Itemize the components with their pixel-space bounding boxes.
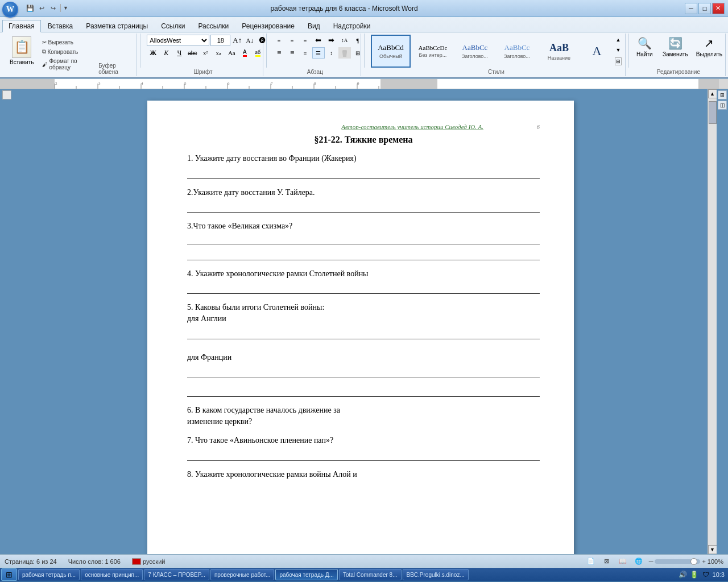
replace-button[interactable]: 🔄 Заменить xyxy=(660,35,691,59)
taskbar-item-0[interactable]: рабочая тетрадь п... xyxy=(18,569,80,580)
line-spacing-button[interactable]: ↕ xyxy=(325,47,338,59)
answer-line-5a[interactable] xyxy=(187,328,540,339)
style-title[interactable]: AaB Название xyxy=(539,35,579,68)
case-button[interactable]: Аа xyxy=(225,47,238,59)
subscript-button[interactable]: x₂ xyxy=(212,47,225,59)
tab-insert[interactable]: Вставка xyxy=(42,20,80,32)
taskbar-item-1[interactable]: основные принцип... xyxy=(81,569,143,580)
redo-button[interactable]: ↪ xyxy=(48,3,58,13)
align-left-button[interactable]: ≡ xyxy=(273,47,286,59)
paste-button[interactable]: 📋 Вставить xyxy=(6,35,38,67)
sort-button[interactable]: ↕A xyxy=(338,35,351,46)
language-indicator[interactable]: русский xyxy=(132,558,165,565)
tab-review[interactable]: Рецензирование xyxy=(235,20,301,32)
taskbar-item-3[interactable]: проверочные работ... xyxy=(210,569,274,580)
align-right-button[interactable]: ≡ xyxy=(299,47,312,59)
taskbar-item-2[interactable]: 7 КЛАСС – ПРОВЕР... xyxy=(144,569,209,580)
style-heading2[interactable]: AaBbCc Заголово... xyxy=(497,35,537,68)
zoom-thumb[interactable] xyxy=(690,558,697,565)
scroll-track[interactable] xyxy=(708,98,717,545)
tab-references[interactable]: Ссылки xyxy=(155,20,191,32)
ruler-scale[interactable]: 2 3 4 5 6 7 8 9 xyxy=(14,79,698,89)
tab-addins[interactable]: Надстройки xyxy=(327,20,377,32)
style-normal[interactable]: AaBbCd Обычный xyxy=(371,35,411,68)
tab-view[interactable]: Вид xyxy=(301,20,326,32)
close-button[interactable]: ✕ xyxy=(712,3,725,14)
underline-button[interactable]: Ч xyxy=(173,47,185,59)
bullets-button[interactable]: ≡ xyxy=(273,35,286,46)
ruler-svg: 2 3 4 5 6 7 8 9 xyxy=(14,79,698,89)
taskbar-item-4[interactable]: рабочая тетрадь Д... xyxy=(275,569,338,580)
outdent-button[interactable]: ⬅ xyxy=(312,35,325,46)
ruler: 2 3 4 5 6 7 8 9 xyxy=(0,79,728,89)
document[interactable]: Автор-составитель учитель истории Сиводе… xyxy=(147,101,574,554)
multilevel-button[interactable]: ≡ xyxy=(299,35,312,46)
view-reading-button[interactable]: 📖 xyxy=(617,556,628,567)
taskbar-item-5[interactable]: Total Commander 8... xyxy=(339,569,402,580)
tray-icon-antivirus[interactable]: 🛡 xyxy=(701,570,710,579)
align-center-button[interactable]: ≡ xyxy=(286,47,299,59)
tab-mailings[interactable]: Рассылки xyxy=(192,20,235,32)
shading-button[interactable]: ░ xyxy=(338,47,351,59)
cut-button[interactable]: ✂Вырезать xyxy=(40,38,96,47)
format-painter-button[interactable]: 🖌Формат по образцу xyxy=(40,57,96,72)
answer-line-2[interactable] xyxy=(187,201,540,213)
answer-line-7[interactable] xyxy=(187,450,540,461)
ruler-left xyxy=(0,79,14,89)
view-fullscreen-button[interactable]: ⊠ xyxy=(601,556,613,567)
office-button[interactable]: W xyxy=(2,2,19,16)
corner-button-mid[interactable]: ◫ xyxy=(718,101,727,110)
font-grow-button[interactable]: A↑ xyxy=(231,35,243,46)
view-normal-button[interactable]: 📄 xyxy=(585,556,597,567)
find-button[interactable]: 🔍 Найти xyxy=(632,35,657,59)
highlight-button[interactable]: аб xyxy=(251,47,264,59)
answer-line-3a[interactable] xyxy=(187,235,540,244)
maximize-button[interactable]: □ xyxy=(698,3,711,14)
answer-line-5c[interactable] xyxy=(187,385,540,397)
taskbar-item-6[interactable]: BBC.Progulki.s.dinoz... xyxy=(403,569,469,580)
scroll-up-button[interactable]: ▲ xyxy=(708,89,717,98)
document-container[interactable]: Автор-составитель учитель истории Сиводе… xyxy=(14,89,708,554)
scroll-thumb[interactable] xyxy=(709,101,717,124)
view-web-button[interactable]: 🌐 xyxy=(633,556,644,567)
vertical-scrollbar[interactable]: ▲ ▼ xyxy=(708,89,717,554)
copy-button[interactable]: ⧉Копировать xyxy=(40,47,96,56)
tray-icon-volume[interactable]: 🔋 xyxy=(690,570,699,579)
italic-button[interactable]: К xyxy=(160,47,172,59)
start-button[interactable]: ⊞ xyxy=(1,568,17,581)
minimize-button[interactable]: ─ xyxy=(685,3,697,14)
style-heading1[interactable]: AaBbCc Заголово... xyxy=(455,35,495,68)
select-button[interactable]: ↗ Выделить xyxy=(693,35,725,59)
zoom-slider[interactable] xyxy=(655,559,700,564)
justify-button[interactable]: ☰ xyxy=(312,47,325,59)
indent-button[interactable]: ➡ xyxy=(325,35,338,46)
tab-home[interactable]: Главная xyxy=(2,20,41,32)
corner-button-top[interactable]: ⊞ xyxy=(718,90,727,99)
answer-line-1[interactable] xyxy=(187,168,540,179)
save-button[interactable]: 💾 xyxy=(25,3,35,13)
font-color-button[interactable]: А xyxy=(238,47,251,59)
numbering-button[interactable]: ≡ xyxy=(286,35,299,46)
style-no-spacing[interactable]: AaBbCcDc Без интер... xyxy=(413,35,453,68)
change-styles-button[interactable]: A xyxy=(581,44,613,59)
font-shrink-button[interactable]: A↓ xyxy=(244,35,255,46)
tab-page-layout[interactable]: Разметка страницы xyxy=(80,20,154,32)
answer-line-5b[interactable] xyxy=(187,366,540,377)
superscript-button[interactable]: x² xyxy=(199,47,212,59)
undo-button[interactable]: ↩ xyxy=(36,3,47,13)
answer-line-3b[interactable] xyxy=(187,249,540,260)
quick-access-dropdown[interactable]: ▼ xyxy=(63,5,68,11)
zoom-in-button[interactable]: + xyxy=(702,558,705,565)
zoom-out-button[interactable]: ─ xyxy=(649,558,653,565)
styles-scroll[interactable]: ▲ ▼ ⊞ xyxy=(615,35,622,68)
tray-icon-network[interactable]: 🔊 xyxy=(679,570,688,579)
show-marks-button[interactable]: ¶ xyxy=(351,35,364,46)
strikethrough-button[interactable]: аbc xyxy=(186,47,198,59)
border-button[interactable]: ⊞ xyxy=(351,47,364,59)
scroll-down-button[interactable]: ▼ xyxy=(708,545,717,554)
answer-line-4[interactable] xyxy=(187,282,540,294)
word-count: Число слов: 1 606 xyxy=(68,558,121,565)
font-name-select[interactable]: AllodsWest xyxy=(147,35,209,46)
bold-button[interactable]: Ж xyxy=(147,47,159,59)
font-size-input[interactable] xyxy=(210,35,230,46)
